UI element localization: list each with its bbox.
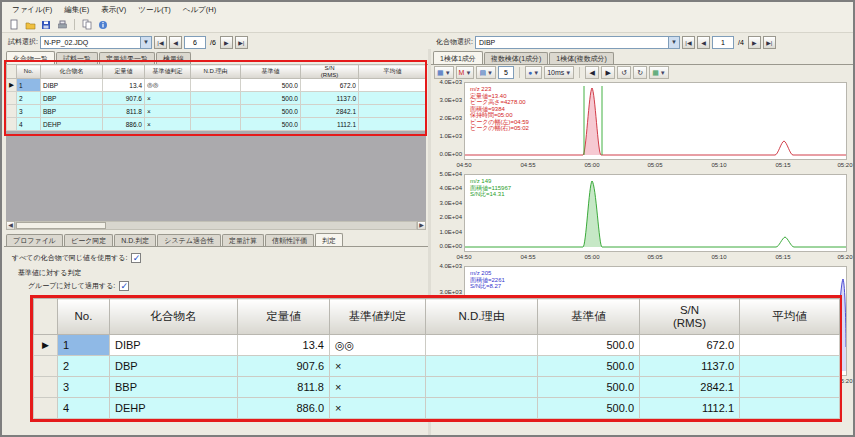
tab-calibration-curve[interactable]: 検量線 [156,52,191,64]
cell-no[interactable]: 2 [58,356,110,377]
cell-value[interactable]: 811.8 [238,377,330,398]
cell-avg[interactable] [359,79,427,92]
cell-value[interactable]: 811.8 [103,105,145,118]
tab-multi-sample[interactable]: 複数検体(1成分) [484,52,549,64]
plot-area[interactable]: m/z 223 定量値=13.40 ピーク高さ=4278.00 面積値=9384… [464,82,847,160]
row-selector-cell[interactable]: ▶ [7,79,17,92]
cell-judge[interactable]: × [145,92,191,105]
cell-nd[interactable] [426,398,538,419]
tab-quant-result-list[interactable]: 定量結果一覧 [99,52,155,64]
copy-button[interactable] [80,18,94,31]
row-selector-cell[interactable] [7,92,17,105]
cell-judge[interactable]: ◎◎ [145,79,191,92]
undo-zoom-button[interactable]: ↺ [617,66,631,79]
cell-judge[interactable]: × [145,105,191,118]
tab-multi-comp[interactable]: 1検体(複数成分) [549,52,614,64]
chevron-down-icon[interactable]: ▼ [140,37,151,48]
cell-avg[interactable] [740,398,840,419]
compound-next-button[interactable]: ▶ [748,36,761,49]
horizontal-scrollbar[interactable]: ◀ ▶ [6,221,426,230]
cell-sn[interactable]: 1112.1 [301,118,359,131]
cell-name[interactable]: DBP [41,92,103,105]
cell-name[interactable]: DBP [110,356,238,377]
compound-last-button[interactable]: ▶| [763,36,776,49]
cell-base[interactable]: 500.0 [538,398,640,419]
cell-judge[interactable]: × [145,118,191,131]
table-row[interactable]: 4 DEHP 886.0 × 500.0 1112.1 [34,398,840,419]
cell-sn[interactable]: 1112.1 [640,398,740,419]
cell-sn[interactable]: 672.0 [640,335,740,356]
cell-sn[interactable]: 1137.0 [301,92,359,105]
cell-sn[interactable]: 1137.0 [640,356,740,377]
table-row[interactable]: 2 DBP 907.6 × 500.0 1137.0 [7,92,427,105]
table-row[interactable]: 4 DEHP 886.0 × 500.0 1112.1 [7,118,427,131]
sample-next-button[interactable]: ▶ [220,36,233,49]
info-button[interactable] [96,18,110,31]
save-button[interactable] [39,18,53,31]
menu-view[interactable]: 表示(V) [95,4,132,16]
cell-avg[interactable] [740,335,840,356]
cell-avg[interactable] [359,118,427,131]
tab-system-suitability[interactable]: システム適合性 [157,234,221,246]
tab-one-sample-one-comp[interactable]: 1検体1成分 [433,51,483,64]
time-combo[interactable]: 10ms▼ [544,66,574,79]
sample-select-combo[interactable]: N-PP_02.JDQ ▼ [40,36,152,49]
sample-last-button[interactable]: ▶| [235,36,248,49]
cell-nd[interactable] [191,118,241,131]
cell-value[interactable]: 886.0 [238,398,330,419]
row-selector-cell[interactable] [34,356,58,377]
cell-no[interactable]: 2 [17,92,41,105]
prev-peak-button[interactable]: ◀ [585,66,599,79]
chromatogram-plot-1[interactable]: 4.0E+03 3.0E+03 2.0E+03 1.0E+03 0.0E+00 … [432,82,853,172]
cell-no[interactable]: 4 [17,118,41,131]
export-button[interactable]: ▦▼ [649,66,669,79]
scrollbar-track[interactable] [15,221,417,230]
cell-name[interactable]: BBP [41,105,103,118]
scroll-left-icon[interactable]: ◀ [6,221,15,230]
cell-judge[interactable]: × [330,398,426,419]
cell-value[interactable]: 907.6 [103,92,145,105]
compound-select-combo[interactable]: DIBP ▼ [475,36,680,49]
next-peak-button[interactable]: ▶ [601,66,615,79]
chromatogram-plot-2[interactable]: 5.0E+04 4.0E+04 3.0E+04 2.0E+04 1.0E+04 … [432,174,853,264]
menu-edit[interactable]: 編集(E) [58,4,95,16]
tab-nd-judge[interactable]: N.D.判定 [114,234,156,246]
same-value-checkbox[interactable]: ✓ [131,253,141,263]
row-selector-cell[interactable] [34,398,58,419]
compound-index-input[interactable]: 1 [712,36,734,49]
cell-base[interactable]: 500.0 [538,356,640,377]
table-row[interactable]: 3 BBP 811.8 × 500.0 2842.1 [7,105,427,118]
row-selector-cell[interactable]: ▶ [34,335,58,356]
cell-base[interactable]: 500.0 [241,105,301,118]
tab-profile[interactable]: プロファイル [6,234,63,246]
cell-sn[interactable]: 672.0 [301,79,359,92]
cell-value[interactable]: 886.0 [103,118,145,131]
cell-avg[interactable] [359,92,427,105]
scrollbar-thumb[interactable] [16,222,106,229]
cell-nd[interactable] [191,105,241,118]
tab-compound-list[interactable]: 化合物一覧 [6,51,55,64]
scroll-right-icon[interactable]: ▶ [417,221,426,230]
cell-no[interactable]: 3 [58,377,110,398]
display-mode-button[interactable]: ▦▼ [434,66,454,79]
cell-nd[interactable] [191,92,241,105]
tab-judge[interactable]: 判定 [315,233,343,246]
row-selector-cell[interactable] [7,118,17,131]
cell-value[interactable]: 13.4 [103,79,145,92]
cell-name[interactable]: DIBP [110,335,238,356]
cell-nd[interactable] [191,79,241,92]
redo-zoom-button[interactable]: ↻ [633,66,647,79]
cell-base[interactable]: 500.0 [241,79,301,92]
cell-no[interactable]: 3 [17,105,41,118]
tab-reliability[interactable]: 信頼性評価 [265,234,314,246]
overlay-button[interactable]: ▤▼ [476,66,496,79]
open-folder-button[interactable] [23,18,37,31]
menu-help[interactable]: ヘルプ(H) [177,4,222,16]
sample-index-input[interactable]: 6 [184,36,206,49]
cell-nd[interactable] [426,377,538,398]
sample-first-button[interactable]: |◀ [154,36,167,49]
compound-prev-button[interactable]: ◀ [697,36,710,49]
tab-quant-calc[interactable]: 定量計算 [222,234,264,246]
compound-first-button[interactable]: |◀ [682,36,695,49]
cell-avg[interactable] [740,377,840,398]
